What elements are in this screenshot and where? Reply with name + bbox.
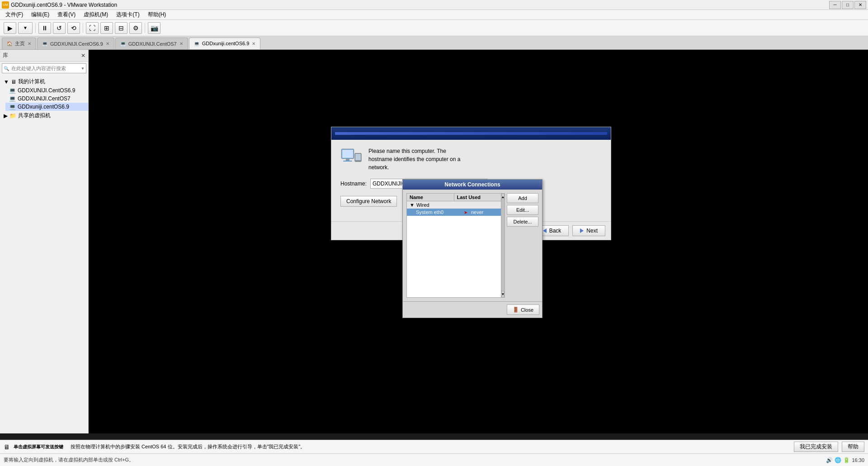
mycomputer-label: 我的计算机 bbox=[18, 78, 45, 86]
network-dialog-footer: 🚪 Close bbox=[403, 301, 542, 318]
sidebar-item-vm2[interactable]: 💻 GDDXUNlJI.CentOS7 bbox=[5, 95, 88, 103]
sidebar-tree: ▼ 🖥 我的计算机 💻 GDDXUNIJI.CentOS6.9 💻 GDDXUN… bbox=[0, 75, 88, 122]
statusbar-click-text: 单击虚拟屏幕可发送按键 bbox=[14, 444, 63, 450]
menubar: 文件(F) 编辑(E) 查看(V) 虚拟机(M) 选项卡(T) 帮助(H) bbox=[0, 10, 868, 20]
vm1-icon: 💻 bbox=[42, 41, 47, 46]
toolbar-view-btn[interactable]: ⊟ bbox=[115, 22, 127, 34]
network-list-header: Name Last Used bbox=[407, 194, 501, 201]
scrollbar-down-btn[interactable]: ▼ bbox=[501, 291, 505, 297]
close-button[interactable]: ✕ bbox=[854, 1, 866, 9]
add-connection-button[interactable]: Add bbox=[507, 193, 538, 203]
tab-vm2[interactable]: 💻 GDDXUNlJI.CentOS7 ✕ bbox=[115, 38, 188, 49]
toolbar-undo-btn[interactable]: ⟲ bbox=[67, 22, 80, 34]
search-dropdown-icon[interactable]: ▼ bbox=[81, 67, 85, 71]
maximize-button[interactable]: □ bbox=[842, 1, 854, 9]
statusbar-hint-text: 按照在物理计算机中的步骤安装 CentOS 64 位。安装完成后，操作系统会进行… bbox=[71, 443, 305, 450]
sidebar: 库 ✕ 🔍 ▼ ▼ 🖥 我的计算机 💻 GDDXUNIJI.CentOS6.9 … bbox=[0, 50, 89, 433]
minimize-button[interactable]: ─ bbox=[829, 1, 841, 9]
sidebar-item-vm1[interactable]: 💻 GDDXUNIJI.CentOS6.9 bbox=[5, 86, 88, 95]
titlebar: VM GDDxuniji.centOS6.9 - VMware Workstat… bbox=[0, 0, 868, 10]
network-list-container: Name Last Used ▼ Wired System eth0 bbox=[406, 193, 505, 298]
toolbar-power-dropdown[interactable]: ▼ bbox=[18, 22, 33, 34]
network-close-button[interactable]: 🚪 Close bbox=[507, 304, 539, 315]
network-list-empty-area bbox=[407, 216, 501, 297]
tab-vm2-close[interactable]: ✕ bbox=[179, 41, 183, 46]
toolbar-fullscreen-btn[interactable]: ⛶ bbox=[86, 22, 99, 34]
menu-tab[interactable]: 选项卡(T) bbox=[113, 10, 143, 19]
statusbar-vm-icon: 🖥 bbox=[4, 443, 10, 451]
main-layout: 库 ✕ 🔍 ▼ ▼ 🖥 我的计算机 💻 GDDXUNIJI.CentOS6.9 … bbox=[0, 50, 868, 433]
tray-clock: 16:30 bbox=[852, 457, 864, 463]
hostname-label: Hostname: bbox=[340, 181, 367, 187]
hostname-desc-line2: hostname identifies the computer on a bbox=[368, 155, 460, 163]
toolbar: ▶ ▼ ⏸ ↺ ⟲ ⛶ ⊞ ⊟ ⚙ 📷 bbox=[0, 20, 868, 36]
expand-icon: ▼ bbox=[4, 79, 9, 85]
statusbar-right-buttons: 我已完成安装 帮助 bbox=[794, 442, 864, 452]
tab-vm1-label: GDDXUNIJI.CentOS6.9 bbox=[50, 41, 103, 47]
delete-connection-button[interactable]: Delete... bbox=[507, 217, 538, 227]
sidebar-tree-group: 💻 GDDXUNIJI.CentOS6.9 💻 GDDXUNlJI.CentOS… bbox=[5, 86, 88, 111]
hostname-desc-line1: Please name this computer. The bbox=[368, 147, 460, 155]
vm2-tree-label: GDDXUNlJI.CentOS7 bbox=[18, 95, 71, 102]
next-arrow-icon bbox=[580, 228, 584, 233]
tab-vm1[interactable]: 💻 GDDXUNIJI.CentOS6.9 ✕ bbox=[37, 38, 114, 49]
net-item-eth0[interactable]: System eth0 ➤ never bbox=[407, 209, 501, 216]
menu-file[interactable]: 文件(F) bbox=[2, 10, 27, 19]
svg-rect-1 bbox=[342, 150, 353, 158]
toolbar-power-btn[interactable]: ▶ bbox=[4, 22, 16, 34]
bottom-bar-text: 要将输入定向到虚拟机，请在虚拟机内部单击或按 Ctrl+G。 bbox=[4, 456, 134, 463]
toolbar-unity-btn[interactable]: ⊞ bbox=[100, 22, 113, 34]
edit-connection-button[interactable]: Edit... bbox=[507, 205, 538, 215]
tab-vm3-close[interactable]: ✕ bbox=[252, 41, 255, 46]
tray-icon-1: 🔊 bbox=[826, 457, 833, 463]
computer-icon-area bbox=[340, 147, 363, 170]
tab-home[interactable]: 🏠 主页 ✕ bbox=[2, 38, 36, 49]
tab-home-label: 主页 bbox=[15, 40, 25, 47]
search-input[interactable] bbox=[2, 63, 86, 73]
menu-edit[interactable]: 编辑(E) bbox=[28, 10, 53, 19]
network-action-buttons: Add Edit... Delete... bbox=[507, 193, 538, 298]
toolbar-restart-btn[interactable]: ↺ bbox=[53, 22, 66, 34]
svg-rect-5 bbox=[355, 154, 361, 160]
network-dialog-title: Network Connections bbox=[403, 180, 542, 190]
vm1-tree-icon: 💻 bbox=[9, 87, 16, 94]
close-label: Close bbox=[521, 307, 533, 313]
menu-view[interactable]: 查看(V) bbox=[54, 10, 79, 19]
content-area[interactable]: Please name this computer. The hostname … bbox=[89, 50, 868, 433]
scrollbar-up-btn[interactable]: ▲ bbox=[501, 194, 505, 200]
sidebar-item-mycomputer[interactable]: ▼ 🖥 我的计算机 bbox=[0, 77, 88, 86]
network-scrollbar: ▲ ▼ bbox=[501, 194, 505, 297]
help-button[interactable]: 帮助 bbox=[842, 442, 864, 452]
system-tray: 🔊 🌐 🔋 16:30 bbox=[826, 457, 864, 463]
back-label: Back bbox=[549, 228, 561, 234]
menu-vm[interactable]: 虚拟机(M) bbox=[80, 10, 112, 19]
toolbar-sep3 bbox=[145, 23, 145, 33]
close-icon: 🚪 bbox=[513, 307, 519, 313]
vm2-icon: 💻 bbox=[120, 41, 126, 46]
toolbar-snap-btn[interactable]: 📷 bbox=[148, 22, 160, 34]
col-header-last-used: Last Used bbox=[454, 194, 501, 201]
net-item-eth0-last: never bbox=[471, 209, 498, 215]
scrollbar-thumb[interactable] bbox=[501, 200, 505, 291]
hostname-desc-line3: network. bbox=[368, 163, 460, 171]
finish-install-button[interactable]: 我已完成安装 bbox=[794, 442, 838, 452]
tab-vm3[interactable]: 💻 GDDxuniji.centOS6.9 ✕ bbox=[189, 38, 261, 49]
tab-vm1-close[interactable]: ✕ bbox=[106, 41, 109, 46]
configure-network-button[interactable]: Configure Network bbox=[340, 196, 397, 207]
sidebar-item-vm3[interactable]: 💻 GDDxuniji.centOS6.9 bbox=[5, 103, 88, 111]
toolbar-pref-btn[interactable]: ⚙ bbox=[129, 22, 142, 34]
menu-help[interactable]: 帮助(H) bbox=[144, 10, 170, 19]
shared-expand-icon: ▶ bbox=[4, 113, 8, 119]
sidebar-search-area: 🔍 ▼ bbox=[0, 62, 88, 75]
net-item-eth0-name: System eth0 bbox=[416, 209, 464, 215]
installer-header bbox=[331, 127, 611, 140]
sidebar-close-icon[interactable]: ✕ bbox=[81, 52, 85, 59]
next-button[interactable]: Next bbox=[572, 225, 605, 236]
shared-label: 共享的虚拟机 bbox=[18, 112, 51, 119]
toolbar-suspend-btn[interactable]: ⏸ bbox=[38, 22, 51, 34]
search-icon: 🔍 bbox=[4, 66, 9, 71]
shared-icon: 📁 bbox=[9, 113, 16, 119]
toolbar-sep2 bbox=[83, 23, 83, 33]
sidebar-item-shared[interactable]: ▶ 📁 共享的虚拟机 bbox=[0, 111, 88, 120]
tab-home-close[interactable]: ✕ bbox=[28, 41, 31, 46]
